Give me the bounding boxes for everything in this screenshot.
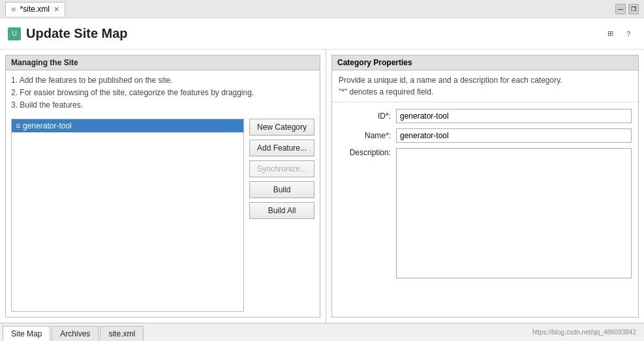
instruction-3: 3. Build the features. <box>11 99 314 111</box>
bottom-tab-bar: Site Map Archives site.xml https://blog.… <box>0 323 644 341</box>
tab-site-map[interactable]: Site Map <box>3 326 50 341</box>
tab-archives[interactable]: Archives <box>52 326 99 341</box>
tab-site-xml[interactable]: site.xml <box>100 326 144 341</box>
app-title: Update Site Map <box>26 26 602 41</box>
category-properties-title: Category Properties <box>332 55 638 70</box>
main-content: Managing the Site 1. Add the features to… <box>0 50 644 323</box>
id-label: ID*: <box>339 111 391 121</box>
description-row: Description: <box>339 148 632 278</box>
tab-icon: ≡ <box>11 5 16 14</box>
id-row: ID*: <box>339 109 632 123</box>
description-textarea[interactable] <box>396 148 632 278</box>
site-tree-area: ≡ generator-tool New Category Add Featur… <box>6 116 320 317</box>
tab-close-icon[interactable]: ✕ <box>54 5 59 14</box>
managing-site-section: Managing the Site 1. Add the features to… <box>5 55 320 318</box>
instruction-1: 1. Add the features to be published on t… <box>11 74 314 87</box>
site-tree[interactable]: ≡ generator-tool <box>11 119 244 312</box>
editor-tab[interactable]: ≡ *site.xml ✕ <box>5 2 65 16</box>
name-label: Name*: <box>339 131 391 140</box>
category-properties-description: Provide a unique id, a name and a descri… <box>332 70 638 102</box>
description-label: Description: <box>339 148 391 157</box>
desc-line1: Provide a unique id, a name and a descri… <box>339 74 632 86</box>
desc-line2: "*" denotes a required field. <box>339 86 632 98</box>
minimize-button[interactable]: — <box>615 4 626 14</box>
add-feature-button[interactable]: Add Feature... <box>249 140 314 156</box>
tab-label: *site.xml <box>20 5 50 14</box>
build-all-button[interactable]: Build All <box>249 202 314 219</box>
tree-item-icon: ≡ <box>16 121 20 130</box>
right-panel: Category Properties Provide a unique id,… <box>326 50 644 323</box>
new-category-button[interactable]: New Category <box>249 119 314 136</box>
build-button[interactable]: Build <box>249 181 314 198</box>
category-properties-form: ID*: Name*: Description: <box>332 102 638 317</box>
watermark: https://blog.csdn.net/qq_486093842 <box>527 326 641 338</box>
managing-site-title: Managing the Site <box>6 55 320 70</box>
category-properties-section: Category Properties Provide a unique id,… <box>331 55 639 318</box>
left-panel: Managing the Site 1. Add the features to… <box>0 50 326 323</box>
restore-button[interactable]: ❐ <box>628 4 639 14</box>
instruction-2: 2. For easier browsing of the site, cate… <box>11 87 314 99</box>
title-bar: ≡ *site.xml ✕ — ❐ <box>0 0 644 18</box>
header-actions: ⊞ ? <box>602 26 636 42</box>
app-icon: U <box>8 27 21 40</box>
app-header: U Update Site Map ⊞ ? <box>0 18 644 50</box>
name-row: Name*: <box>339 128 632 143</box>
synchronize-button[interactable]: Synchronize... <box>249 160 314 177</box>
window-controls: — ❐ <box>615 4 639 14</box>
instructions: 1. Add the features to be published on t… <box>6 70 320 116</box>
settings-button[interactable]: ⊞ <box>602 26 618 42</box>
id-input[interactable] <box>396 109 632 123</box>
action-buttons: New Category Add Feature... Synchronize.… <box>249 119 314 312</box>
help-button[interactable]: ? <box>621 26 636 42</box>
tree-item-generator-tool[interactable]: ≡ generator-tool <box>12 119 243 132</box>
name-input[interactable] <box>396 128 632 143</box>
tree-item-label: generator-tool <box>23 121 72 130</box>
